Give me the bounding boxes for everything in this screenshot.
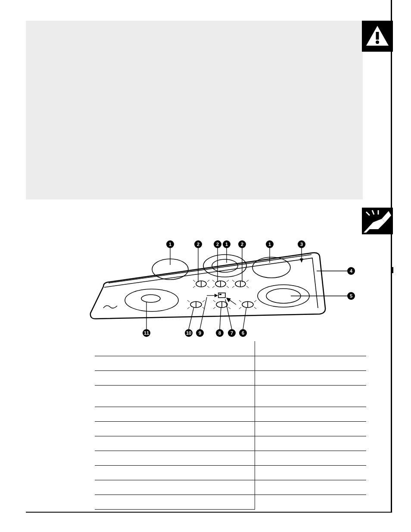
callouts-bottom: 11 10 9 8 7 6 — [143, 329, 247, 337]
cleaning-icon-block — [362, 208, 393, 234]
table-cell — [255, 451, 366, 465]
table-cell — [95, 385, 255, 407]
callout-11: 11 — [144, 330, 149, 336]
table-cell — [95, 465, 255, 480]
table-cell — [95, 421, 255, 436]
svg-line-3 — [372, 210, 374, 215]
svg-rect-57 — [218, 293, 225, 298]
svg-line-52 — [228, 307, 230, 309]
table-cell — [95, 495, 255, 509]
svg-rect-58 — [219, 294, 221, 295]
svg-marker-60 — [215, 294, 218, 297]
svg-line-39 — [246, 280, 249, 282]
svg-line-76 — [220, 307, 221, 329]
table-cell — [255, 385, 366, 407]
svg-line-78 — [243, 307, 246, 329]
table-cell — [255, 465, 366, 480]
svg-line-49 — [213, 300, 215, 302]
svg-point-23 — [125, 289, 178, 311]
margin-tick — [392, 267, 393, 273]
svg-line-55 — [239, 307, 241, 309]
warning-icon — [364, 24, 390, 48]
warning-box — [26, 21, 363, 199]
table-cell — [255, 356, 366, 370]
svg-point-24 — [141, 295, 160, 302]
svg-line-47 — [187, 307, 190, 309]
svg-line-45 — [187, 300, 190, 302]
svg-line-30 — [193, 280, 195, 282]
table-cell — [255, 407, 366, 421]
callout-1: 1 — [225, 242, 228, 247]
table-cell — [255, 421, 366, 436]
table-cell — [255, 495, 366, 509]
callout-4: 4 — [350, 268, 353, 274]
svg-marker-62 — [226, 298, 231, 302]
callouts-top: 1 2 2 1 2 1 3 — [166, 240, 305, 248]
svg-line-34 — [212, 280, 215, 282]
diagram-svg: 1 2 2 1 2 1 3 — [78, 239, 362, 338]
svg-line-46 — [202, 300, 205, 302]
callout-2: 2 — [241, 242, 243, 247]
callout-1: 1 — [169, 242, 171, 247]
callout-9: 9 — [199, 330, 201, 336]
table-cell — [95, 370, 255, 385]
svg-line-51 — [213, 307, 215, 309]
svg-line-35 — [227, 280, 229, 282]
callout-8: 8 — [218, 330, 221, 336]
svg-line-33 — [207, 286, 209, 288]
knobs — [187, 280, 256, 309]
callout-3: 3 — [300, 242, 303, 247]
warning-icon-block — [362, 21, 393, 52]
svg-line-36 — [212, 286, 215, 288]
callout-2: 2 — [216, 242, 219, 247]
table-cell — [95, 341, 255, 356]
svg-line-32 — [193, 286, 195, 288]
table-cell — [255, 480, 366, 495]
cooktop-diagram: 1 2 2 1 2 1 3 — [78, 239, 362, 338]
svg-line-41 — [246, 286, 249, 288]
table-cell — [255, 370, 366, 385]
callout-1: 1 — [268, 242, 271, 247]
svg-line-31 — [207, 280, 209, 282]
svg-line-53 — [239, 300, 241, 302]
page-frame: 1 2 2 1 2 1 3 — [26, 0, 392, 513]
table-cell — [95, 480, 255, 495]
callout-6: 6 — [242, 330, 244, 336]
svg-line-75 — [200, 297, 207, 329]
brush-icon — [364, 208, 391, 233]
svg-line-2 — [366, 212, 370, 215]
callout-5: 5 — [350, 293, 352, 299]
table-cell — [255, 436, 366, 451]
table-cell — [95, 436, 255, 451]
svg-line-40 — [232, 286, 234, 288]
parts-table — [95, 341, 366, 510]
table-cell — [255, 341, 366, 356]
svg-line-74 — [189, 307, 194, 329]
table-cell — [95, 356, 255, 370]
svg-rect-0 — [376, 32, 379, 40]
svg-line-37 — [227, 286, 229, 288]
svg-line-56 — [254, 307, 256, 309]
callout-2: 2 — [197, 242, 199, 247]
callout-7: 7 — [230, 330, 233, 336]
svg-line-38 — [232, 280, 234, 282]
callout-10: 10 — [186, 330, 191, 336]
svg-line-54 — [254, 300, 256, 302]
table-cell — [95, 407, 255, 421]
svg-line-77 — [225, 299, 232, 329]
svg-point-1 — [376, 40, 379, 44]
table-cell — [95, 451, 255, 465]
